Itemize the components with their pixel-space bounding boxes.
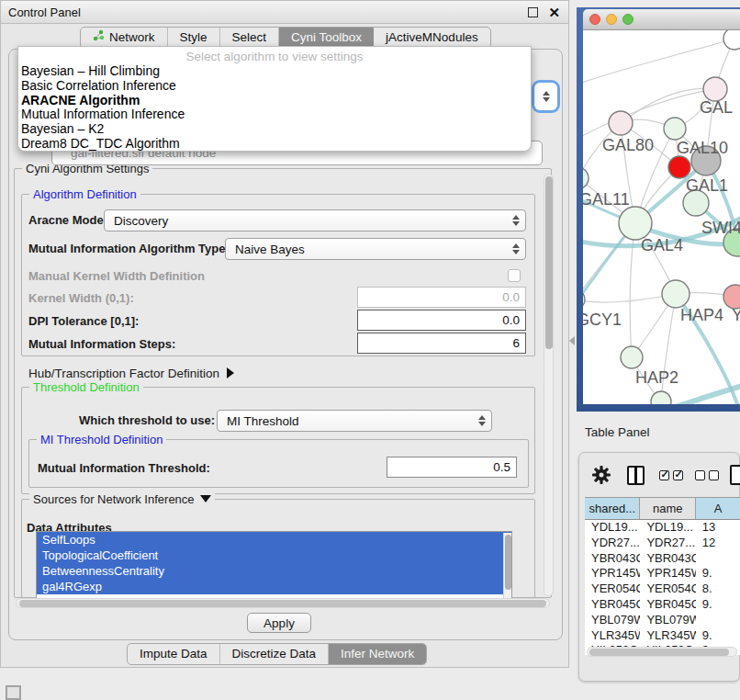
table-row[interactable]: YBL079WYBL079W (585, 613, 740, 628)
network-node-hap4[interactable] (662, 280, 690, 308)
attribute-item-betweennesscentrality[interactable]: BetweennessCentrality (37, 563, 511, 579)
table-row[interactable]: YER054CYER054C8. (585, 581, 740, 597)
network-canvas[interactable]: GALGAL80GAL10GAL1GAL11SWI4GAL4GCY1HAP4YH… (583, 30, 740, 404)
tab-select[interactable]: Select (220, 28, 280, 48)
apply-button[interactable]: Apply (247, 613, 311, 633)
bottom-tab-label: Impute Data (140, 644, 207, 664)
sources-legend[interactable]: Sources for Network Inference (29, 492, 215, 506)
table-cell: YDR27... (585, 536, 640, 551)
tab-style[interactable]: Style (168, 28, 220, 48)
table-cell: YBR045C (585, 597, 640, 613)
table-row[interactable]: YBR043CYBR043C (585, 551, 740, 567)
algorithm-combo-arrow-button[interactable] (534, 83, 557, 110)
attribute-item-gal4rgexp[interactable]: gal4RGexp (37, 579, 511, 594)
algorithm-option-dream8-dc-tdc-algorithm[interactable]: Dream8 DC_TDC Algorithm (18, 137, 531, 152)
network-node[interactable] (723, 30, 740, 50)
mac-zoom-icon[interactable] (622, 14, 633, 25)
mi-steps-label: Mutual Information Steps: (28, 333, 175, 356)
expand-arrow-icon (227, 367, 234, 378)
algorithm-option-bayesian-k2[interactable]: Bayesian – K2 (18, 122, 531, 137)
table-cell: YER054C (585, 581, 640, 597)
float-window-icon[interactable] (528, 7, 538, 17)
tab-label: Network (109, 28, 155, 48)
data-attributes-list[interactable]: SelfLoopsTopologicalCoefficientBetweenne… (36, 531, 512, 600)
bottom-tab-impute-data[interactable]: Impute Data (128, 644, 220, 664)
mac-close-icon[interactable] (589, 14, 600, 25)
algorithm-definition-legend: Algorithm Definition (29, 187, 140, 201)
tab-label: Style (180, 28, 207, 48)
table-cell: YBR043C (640, 551, 695, 567)
aracne-mode-combo[interactable]: Discovery (104, 209, 526, 231)
node-label-y: Y (732, 306, 740, 324)
panel-splitter-arrow-icon[interactable] (569, 336, 575, 345)
tab-network[interactable]: Network (81, 28, 168, 48)
mac-minimize-icon[interactable] (606, 14, 617, 25)
network-node-gal1[interactable] (668, 156, 690, 178)
attributes-list-scrollbar[interactable] (503, 533, 511, 598)
manual-kernel-checkbox[interactable] (508, 269, 521, 282)
control-panel-title: Control Panel (8, 1, 81, 24)
settings-horizontal-scrollbar[interactable] (16, 598, 550, 608)
mi-threshold-definition-legend: MI Threshold Definition (37, 433, 166, 446)
network-node-gal80[interactable] (609, 111, 633, 135)
tab-label: jActiveMNodules (386, 28, 478, 48)
settings-vertical-scrollbar[interactable] (544, 174, 554, 596)
node-label-gal: GAL (700, 98, 733, 117)
tab-label: Select (232, 28, 267, 48)
combo-arrows-icon (473, 415, 491, 426)
bottom-tab-infer-network[interactable]: Infer Network (329, 644, 426, 664)
unchecked-boxes-icon[interactable] (695, 470, 723, 484)
close-icon[interactable]: ✕ (548, 3, 560, 22)
algorithm-option-mutual-information-inference[interactable]: Mutual Information Inference (18, 107, 531, 122)
tab-jactivemnodules[interactable]: jActiveMNodules (374, 28, 490, 48)
algorithm-option-bayesian-hill-climbing[interactable]: Bayesian – Hill Climbing (18, 64, 531, 79)
network-node-gal10[interactable] (664, 118, 686, 140)
table-row[interactable]: YPR145WYPR145W9. (585, 566, 740, 581)
which-threshold-value: MI Threshold (218, 414, 473, 428)
table-row[interactable]: YLR345WYLR345W9. (585, 628, 740, 644)
table-row[interactable]: YDL19...YDL19...13 (585, 520, 740, 536)
node-label-gal1: GAL1 (686, 176, 728, 195)
attribute-item-selfloops[interactable]: SelfLoops (37, 532, 511, 548)
mi-steps-input[interactable]: 6 (357, 333, 526, 354)
tab-cyni-toolbox[interactable]: Cyni Toolbox (279, 28, 374, 48)
node-label-gal4: GAL4 (641, 236, 683, 254)
network-node-gal4[interactable] (619, 207, 652, 240)
checked-boxes-icon[interactable] (659, 470, 687, 484)
node-label-gcy1: GCY1 (583, 310, 622, 329)
table-cell: YBL079W (585, 613, 640, 628)
table-row[interactable]: YDR27...YDR27...12 (585, 536, 740, 551)
table-cell: 8. (696, 581, 740, 597)
table-row[interactable]: YBR045CYBR045C9. (585, 597, 740, 613)
column-header-name[interactable]: name (640, 498, 695, 519)
gear-icon[interactable] (592, 466, 611, 487)
algorithm-popup-items: Bayesian – Hill ClimbingBasic Correlatio… (18, 64, 531, 152)
table-cell: 9. (696, 628, 740, 644)
column-header-a[interactable]: A (696, 498, 740, 519)
mi-type-combo[interactable]: Naive Bayes (225, 238, 526, 260)
algorithm-option-basic-correlation-inference[interactable]: Basic Correlation Inference (18, 79, 531, 94)
which-threshold-combo[interactable]: MI Threshold (217, 410, 492, 432)
two-columns-icon[interactable] (627, 466, 645, 485)
algorithm-popup-prompt: Select algorithm to view settings (18, 49, 531, 64)
kernel-width-input[interactable]: 0.0 (357, 287, 526, 308)
combo-down-arrow-icon (543, 97, 550, 102)
table-panel-window: shared...nameA YDL19...YDL19...13YDR27..… (578, 452, 740, 682)
network-node-hap2[interactable] (621, 346, 643, 368)
bottom-left-widget-icon[interactable] (6, 685, 21, 700)
bottom-tab-label: Infer Network (341, 644, 414, 664)
column-header-shared[interactable]: shared... (585, 498, 640, 519)
table-panel-title: Table Panel (585, 425, 650, 439)
bottom-tab-discretize-data[interactable]: Discretize Data (220, 644, 330, 664)
algorithm-option-aracne-algorithm[interactable]: ARACNE Algorithm (18, 94, 531, 108)
attribute-item-topologicalcoefficient[interactable]: TopologicalCoefficient (37, 548, 511, 563)
document-icon[interactable] (730, 465, 740, 485)
table-cell (696, 613, 740, 628)
table-cell: YPR145W (585, 566, 640, 581)
table-horizontal-scrollbar[interactable] (587, 647, 737, 657)
network-window-titlebar[interactable] (583, 9, 740, 30)
mi-threshold-input[interactable]: 0.5 (387, 457, 517, 478)
dpi-tolerance-input[interactable]: 0.0 (357, 310, 526, 331)
node-label-gal11: GAL11 (583, 190, 630, 209)
table-cell: YBR045C (640, 597, 695, 613)
